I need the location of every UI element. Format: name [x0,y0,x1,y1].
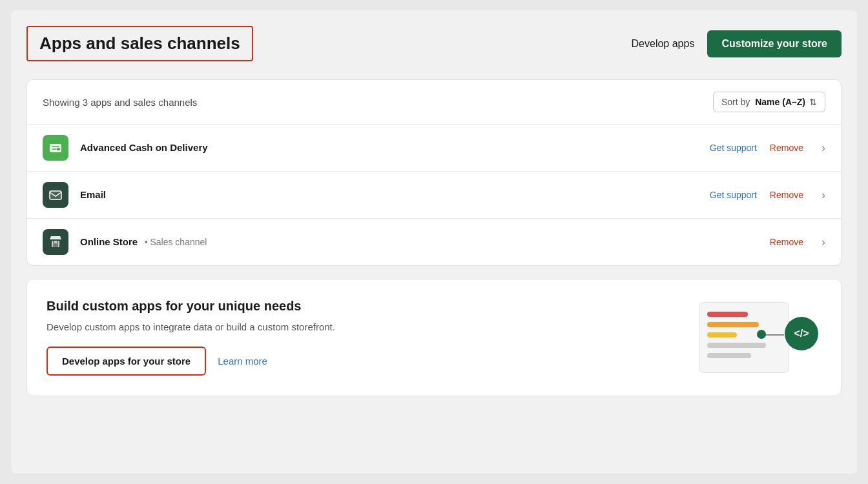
app-subtitle-store: • Sales channel [145,237,207,247]
app-actions-email: Get support Remove › [710,188,825,202]
develop-apps-button[interactable]: Develop apps for your store [46,347,206,376]
svg-rect-2 [50,191,61,199]
app-icon-email [43,182,68,208]
doc-line-red [707,312,748,317]
remove-link-store[interactable]: Remove [770,237,803,247]
connector-line [765,334,784,336]
app-actions-store: Remove › [770,236,825,249]
page-wrapper: Apps and sales channels Develop apps Cus… [11,10,857,474]
page-title: Apps and sales channels [39,34,240,54]
connector-dot [757,330,766,339]
build-title: Build custom apps for your unique needs [46,299,679,314]
learn-more-link[interactable]: Learn more [218,356,267,367]
build-card: Build custom apps for your unique needs … [26,279,842,396]
customize-store-button[interactable]: Customize your store [707,30,842,57]
apps-card: Showing 3 apps and sales channels Sort b… [26,79,842,266]
app-icon-store [43,229,68,255]
chevron-right-icon-store: › [822,236,825,249]
page-header: Apps and sales channels Develop apps Cus… [26,26,842,61]
apps-card-header: Showing 3 apps and sales channels Sort b… [27,80,841,125]
remove-link-email[interactable]: Remove [770,190,803,200]
doc-line-yellow [707,332,737,338]
svg-rect-1 [57,148,60,150]
app-name-store: Online Store [80,236,138,247]
app-icon-cod [43,135,68,161]
app-name-wrap-email: Email [80,189,710,201]
header-actions: Develop apps Customize your store [632,30,842,57]
code-badge: </> [785,317,818,350]
doc-card [699,302,789,373]
app-actions-cod: Get support Remove › [710,141,825,155]
page-title-box: Apps and sales channels [26,26,253,61]
sort-label: Sort by [721,97,750,107]
app-name-wrap-store: Online Store • Sales channel [80,236,770,248]
app-name-wrap-cod: Advanced Cash on Delivery [80,142,710,154]
code-badge-text: </> [794,328,809,339]
sort-chevron-icon: ⇅ [809,97,817,107]
sort-select[interactable]: Sort by Name (A–Z) ⇅ [713,92,825,112]
get-support-link-email[interactable]: Get support [710,190,757,200]
get-support-link-cod[interactable]: Get support [710,143,757,153]
develop-apps-link[interactable]: Develop apps [632,38,695,50]
showing-text: Showing 3 apps and sales channels [43,97,197,108]
sort-value: Name (A–Z) [755,97,805,107]
app-name-email: Email [80,189,106,200]
doc-line-gray1 [707,343,766,348]
app-row-email[interactable]: Email Get support Remove › [27,172,841,219]
remove-link-cod[interactable]: Remove [770,143,803,153]
build-card-content: Build custom apps for your unique needs … [46,299,679,376]
doc-line-orange [707,322,759,327]
doc-line-gray2 [707,353,751,358]
chevron-right-icon-email: › [822,188,825,202]
build-desc: Develop custom apps to integrate data or… [46,321,679,332]
app-row-advanced-cash[interactable]: Advanced Cash on Delivery Get support Re… [27,125,841,172]
chevron-right-icon-cod: › [822,141,825,155]
app-name-cod: Advanced Cash on Delivery [80,142,208,153]
svg-rect-5 [54,243,57,247]
app-row-online-store[interactable]: Online Store • Sales channel Remove › [27,219,841,265]
illustration: </> [692,299,822,376]
build-card-actions: Develop apps for your store Learn more [46,347,679,376]
